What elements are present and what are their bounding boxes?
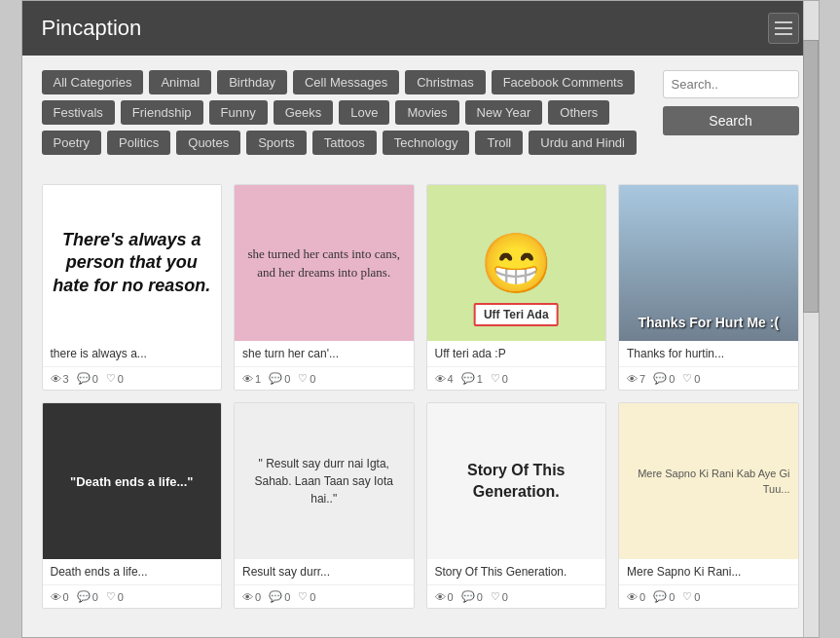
category-tag[interactable]: Birthday bbox=[217, 70, 287, 94]
likes-count: 0 bbox=[502, 591, 508, 603]
category-tag[interactable]: Festivals bbox=[42, 100, 115, 125]
comments-stat: 💬 0 bbox=[77, 372, 98, 385]
gallery-item[interactable]: 😁 Uff Teri Ada Uff teri ada :P 👁 4 💬 1 bbox=[426, 184, 607, 391]
gallery-item-stats: 👁 0 💬 0 ♡ 0 bbox=[43, 585, 222, 608]
comments-count: 1 bbox=[477, 373, 483, 385]
category-tag[interactable]: Politics bbox=[107, 131, 170, 155]
category-tag[interactable]: Movies bbox=[395, 100, 458, 125]
search-button[interactable]: Search bbox=[663, 106, 799, 135]
comment-icon: 💬 bbox=[653, 590, 667, 603]
comments-count: 0 bbox=[669, 591, 675, 603]
gallery-item[interactable]: Mere Sapno Ki Rani Kab Aye Gi Tuu... Mer… bbox=[618, 402, 799, 609]
comment-icon: 💬 bbox=[77, 372, 91, 385]
comments-stat: 💬 0 bbox=[461, 590, 483, 603]
main-content: All CategoriesAnimalBirthdayCell Message… bbox=[22, 56, 819, 174]
image-5-text: "Death ends a life..." bbox=[65, 469, 198, 494]
image-8-text: Mere Sapno Ki Rani Kab Aye Gi Tuu... bbox=[627, 466, 790, 498]
gallery-item[interactable]: There's always a person that you hate fo… bbox=[42, 184, 223, 391]
heart-icon: ♡ bbox=[106, 372, 116, 385]
image-6: " Result say durr nai Igta, Sahab. Laan … bbox=[235, 403, 414, 559]
image-4: Thanks For Hurt Me :( bbox=[619, 185, 798, 341]
gallery-item[interactable]: Story Of This Generation. Story Of This … bbox=[426, 402, 607, 609]
heart-icon: ♡ bbox=[682, 590, 692, 603]
image-4-text: Thanks For Hurt Me :( bbox=[638, 314, 779, 331]
views-stat: 👁 3 bbox=[51, 373, 69, 385]
gallery-item-image: Story Of This Generation. bbox=[427, 403, 606, 559]
likes-count: 0 bbox=[694, 591, 700, 603]
category-tag[interactable]: Poetry bbox=[42, 131, 102, 155]
gallery-item-stats: 👁 3 💬 0 ♡ 0 bbox=[43, 367, 222, 390]
category-tag[interactable]: Technology bbox=[383, 131, 470, 155]
image-1: There's always a person that you hate fo… bbox=[43, 185, 222, 341]
category-tag[interactable]: Love bbox=[339, 100, 389, 125]
views-count: 0 bbox=[63, 591, 69, 603]
category-tag[interactable]: New Year bbox=[465, 100, 543, 125]
category-tag[interactable]: Quotes bbox=[176, 131, 240, 155]
menu-button[interactable] bbox=[768, 13, 799, 44]
category-tag[interactable]: Cell Messages bbox=[293, 70, 399, 94]
comment-icon: 💬 bbox=[653, 372, 667, 385]
comment-icon: 💬 bbox=[269, 590, 282, 603]
category-tag[interactable]: Geeks bbox=[274, 100, 334, 125]
image-8: Mere Sapno Ki Rani Kab Aye Gi Tuu... bbox=[619, 403, 798, 559]
likes-stat: ♡ 0 bbox=[298, 372, 315, 385]
views-count: 0 bbox=[255, 591, 261, 603]
comment-icon: 💬 bbox=[77, 590, 91, 603]
likes-stat: ♡ 0 bbox=[106, 590, 124, 603]
category-tag[interactable]: Others bbox=[548, 100, 609, 125]
gallery-item[interactable]: Thanks For Hurt Me :( Thanks for hurtin.… bbox=[618, 184, 799, 391]
category-tag[interactable]: Friendship bbox=[121, 100, 203, 125]
views-count: 0 bbox=[448, 591, 454, 603]
views-count: 3 bbox=[63, 373, 69, 385]
category-tag[interactable]: Tattoos bbox=[312, 131, 377, 155]
image-7-text: Story Of This Generation. bbox=[427, 455, 606, 508]
eye-icon: 👁 bbox=[51, 591, 61, 603]
likes-stat: ♡ 0 bbox=[682, 590, 700, 603]
category-tag[interactable]: Urdu and Hindi bbox=[529, 131, 637, 155]
likes-stat: ♡ 0 bbox=[682, 372, 700, 385]
eye-icon: 👁 bbox=[51, 373, 61, 385]
category-tag[interactable]: Animal bbox=[149, 70, 211, 94]
image-6-text: " Result say durr nai Igta, Sahab. Laan … bbox=[242, 455, 406, 507]
category-tag[interactable]: Funny bbox=[209, 100, 268, 125]
scrollbar-track[interactable] bbox=[803, 1, 819, 637]
heart-icon: ♡ bbox=[106, 590, 116, 603]
image-2: she turned her cants into cans, and her … bbox=[235, 185, 414, 341]
scrollbar-thumb[interactable] bbox=[803, 40, 819, 313]
gallery-item-title: Uff teri ada :P bbox=[427, 341, 606, 367]
category-tag[interactable]: All Categories bbox=[42, 70, 144, 94]
gallery-item-stats: 👁 0 💬 0 ♡ 0 bbox=[427, 585, 606, 608]
gallery-item-title: Death ends a life... bbox=[43, 559, 222, 585]
comments-stat: 💬 0 bbox=[653, 372, 675, 385]
category-tag[interactable]: Facebook Comments bbox=[492, 70, 636, 94]
comments-stat: 💬 0 bbox=[653, 590, 675, 603]
comments-count: 0 bbox=[284, 591, 290, 603]
comments-count: 0 bbox=[669, 373, 675, 385]
gallery-item-stats: 👁 0 💬 0 ♡ 0 bbox=[619, 585, 798, 608]
search-input[interactable] bbox=[663, 70, 799, 98]
views-count: 4 bbox=[448, 373, 454, 385]
comments-count: 0 bbox=[284, 373, 290, 385]
gallery-item[interactable]: "Death ends a life..." Death ends a life… bbox=[42, 402, 223, 609]
gallery-item-title: Mere Sapno Ki Rani... bbox=[619, 559, 798, 585]
category-tag[interactable]: Sports bbox=[246, 131, 307, 155]
gallery-item[interactable]: she turned her cants into cans, and her … bbox=[234, 184, 415, 391]
views-stat: 👁 4 bbox=[435, 373, 454, 385]
gallery-item-image: There's always a person that you hate fo… bbox=[43, 185, 222, 341]
category-tag[interactable]: Troll bbox=[475, 131, 523, 155]
comments-count: 0 bbox=[477, 591, 483, 603]
image-2-text: she turned her cants into cans, and her … bbox=[244, 244, 404, 282]
eye-icon: 👁 bbox=[242, 373, 253, 385]
image-3: 😁 Uff Teri Ada bbox=[427, 185, 606, 341]
gallery-item-title: she turn her can'... bbox=[235, 341, 414, 367]
gallery-item-image: she turned her cants into cans, and her … bbox=[235, 185, 414, 341]
category-tag[interactable]: Christmas bbox=[405, 70, 486, 94]
comments-stat: 💬 0 bbox=[77, 590, 98, 603]
eye-icon: 👁 bbox=[627, 591, 638, 603]
likes-stat: ♡ 0 bbox=[491, 372, 508, 385]
gallery-item[interactable]: " Result say durr nai Igta, Sahab. Laan … bbox=[234, 402, 415, 609]
gallery-item-stats: 👁 7 💬 0 ♡ 0 bbox=[619, 367, 798, 390]
gallery-item-stats: 👁 4 💬 1 ♡ 0 bbox=[427, 367, 606, 390]
gallery-item-stats: 👁 0 💬 0 ♡ 0 bbox=[235, 585, 414, 608]
categories-section: All CategoriesAnimalBirthdayCell Message… bbox=[42, 70, 648, 160]
